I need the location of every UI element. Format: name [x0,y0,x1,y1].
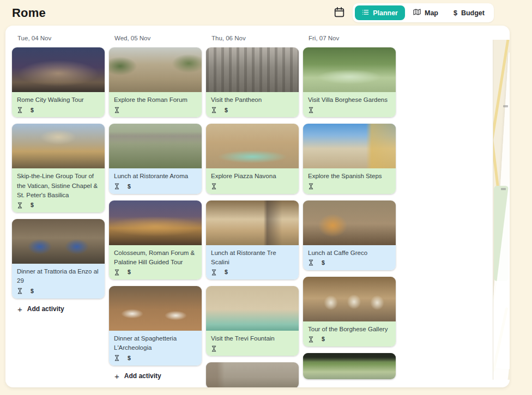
map-preview-strip [493,40,510,380]
activity-card[interactable]: Colosseum, Roman Forum & Palatine Hill G… [109,200,202,280]
activity-photo [206,47,299,92]
activity-card[interactable]: Visit the Pantheon $ [206,47,299,117]
activity-photo [109,200,202,245]
activity-meta-icons: $ [17,106,100,113]
activity-card[interactable]: Tour of the Borghese Gallery $ [303,277,396,347]
activity-card-label: Lunch at Ristorante Aroma $ [109,168,202,193]
plus-icon: + [114,372,119,380]
add-activity-button[interactable]: + Add activity [309,386,355,387]
calendar-icon [334,7,345,20]
activity-title: Visit the Pantheon [211,95,294,105]
header-actions: Planner Map $ Budget [332,3,494,22]
day-column-date: Wed, 05 Nov [114,35,202,41]
activity-photo [206,286,299,331]
day-card-list: Explore the Roman Forum Lunch at Ristora… [109,47,202,366]
tab-planner-label: Planner [373,9,398,17]
activity-card[interactable] [206,362,299,387]
activity-photo [206,200,299,245]
duration-icon [308,107,314,113]
activity-card[interactable]: Dinner at Spaghetteria L'Archeologia $ [109,286,202,366]
activity-photo [303,124,396,168]
day-card-list: Visit Villa Borghese Gardens Explore the… [303,47,396,379]
activity-photo [12,47,105,92]
activity-title: Tour of the Borghese Gallery [308,325,391,334]
planner-board: Tue, 04 Nov Rome City Walking Tour $ Ski… [5,26,510,387]
activity-card-label: Explore the Roman Forum [109,92,202,117]
add-activity-label: Add activity [318,386,355,388]
day-column: Tue, 04 Nov Rome City Walking Tour $ Ski… [12,35,105,387]
duration-icon [308,259,314,266]
activity-card[interactable]: Explore the Roman Forum [109,47,202,117]
day-column-date: Thu, 06 Nov [211,35,299,41]
activity-title: Lunch at Ristorante Aroma [114,172,197,181]
activity-card-label: Explore the Spanish Steps [303,168,396,193]
activity-title: Explore the Roman Forum [114,95,197,105]
activity-meta-icons [211,183,294,190]
activity-photo [303,277,396,321]
tab-budget[interactable]: $ Budget [446,5,492,20]
activity-card[interactable]: Lunch at Caffe Greco $ [303,200,396,270]
tab-planner[interactable]: Planner [355,5,405,20]
activity-meta-icons: $ [211,106,294,113]
activity-card[interactable]: Skip-the-Line Group Tour of the Vatican,… [12,124,105,212]
calendar-button[interactable] [332,5,346,21]
duration-icon [211,269,217,276]
duration-icon [17,288,23,294]
activity-card-label: Visit Villa Borghese Gardens [303,92,396,117]
duration-icon [114,269,120,276]
activity-title: Skip-the-Line Group Tour of the Vatican,… [17,172,100,200]
activity-card[interactable]: Lunch at Ristorante Tre Scalini $ [206,200,299,280]
activity-title: Dinner at Spaghetteria L'Archeologia [114,334,197,353]
activity-card[interactable]: Explore the Spanish Steps [303,124,396,193]
activity-card[interactable] [303,353,396,379]
page-title: Rome [12,6,46,20]
map-road [493,40,510,149]
tab-map[interactable]: Map [406,5,445,20]
activity-photo [303,353,396,379]
activity-card-label: Dinner at Spaghetteria L'Archeologia $ [109,331,202,366]
activity-card-label: Visit the Pantheon $ [206,92,299,117]
duration-icon [114,183,120,190]
cost-icon: $ [225,107,228,113]
activity-meta-icons: $ [308,259,391,266]
activity-title: Visit Villa Borghese Gardens [308,95,391,105]
activity-title: Explore Piazza Navona [211,172,294,181]
activity-card[interactable]: Visit the Trevi Fountain [206,286,299,356]
day-column-date: Fri, 07 Nov [309,35,396,41]
page-header: Rome [0,0,532,26]
activity-card[interactable]: Explore Piazza Navona [206,124,299,193]
map-road [493,307,508,372]
activity-photo [303,200,396,245]
activity-title: Explore the Spanish Steps [308,172,391,181]
activity-card[interactable]: Visit Villa Borghese Gardens [303,47,396,117]
activity-meta-icons: $ [17,288,100,295]
duration-icon [114,355,120,361]
activity-photo [206,124,299,168]
activity-card[interactable]: Rome City Walking Tour $ [12,47,105,117]
day-column-date: Tue, 04 Nov [17,35,105,41]
activity-photo [12,219,105,264]
plus-icon: + [309,386,313,387]
activity-meta-icons: $ [114,183,197,190]
add-activity-button[interactable]: + Add activity [17,305,64,313]
activity-card-label: Visit the Trevi Fountain [206,331,299,356]
activity-title: Rome City Walking Tour [17,95,100,105]
activity-card[interactable]: Dinner at Trattoria da Enzo al 29 $ [12,219,105,299]
duration-icon [211,345,217,352]
activity-card-label: Explore Piazza Navona [206,168,299,193]
activity-photo [12,124,105,168]
activity-meta-icons: $ [308,336,391,343]
day-card-list: Visit the Pantheon $ Explore Piazza Navo… [206,47,299,387]
activity-meta-icons [308,106,391,113]
activity-title: Lunch at Ristorante Tre Scalini [211,248,294,268]
activity-card[interactable]: Lunch at Ristorante Aroma $ [109,124,202,193]
cost-icon: $ [128,184,131,190]
dollar-icon: $ [454,9,457,17]
cost-icon: $ [225,269,228,275]
map-label [503,105,508,107]
duration-icon [17,107,23,113]
day-column: Fri, 07 Nov Visit Villa Borghese Gardens… [303,35,396,387]
day-column: Wed, 05 Nov Explore the Roman Forum Lunc… [109,35,202,387]
add-activity-label: Add activity [124,372,161,380]
add-activity-button[interactable]: + Add activity [114,372,161,380]
